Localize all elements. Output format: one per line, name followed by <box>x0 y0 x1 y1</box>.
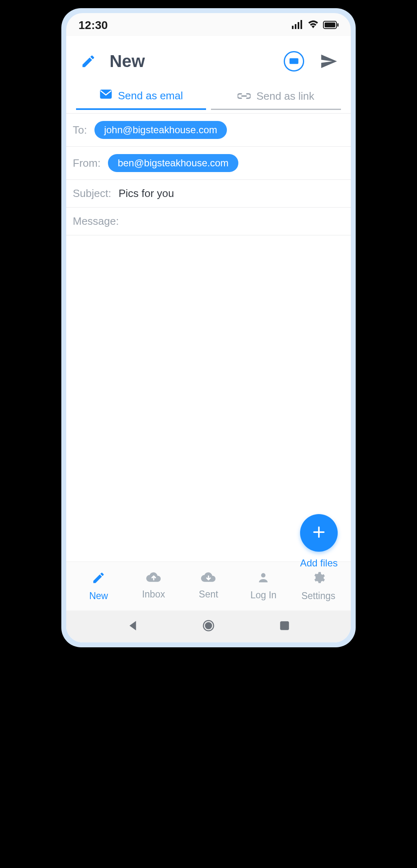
chat-icon[interactable] <box>284 51 304 72</box>
back-icon[interactable] <box>128 620 137 633</box>
svg-rect-5 <box>325 22 335 27</box>
svg-point-10 <box>205 622 212 629</box>
send-mode-tabs: Send as emal Send as link <box>66 83 351 110</box>
phone-frame: 12:30 New <box>61 8 356 647</box>
to-chip[interactable]: john@bigsteakhouse.com <box>94 121 227 139</box>
svg-rect-11 <box>280 621 289 630</box>
nav-sent-label: Sent <box>199 589 218 600</box>
tab-email-label: Send as emal <box>118 89 183 102</box>
to-label: To: <box>73 124 87 136</box>
edit-icon <box>78 51 99 72</box>
status-bar: 12:30 <box>66 13 351 36</box>
svg-rect-3 <box>300 20 302 29</box>
nav-login[interactable]: Log In <box>239 571 288 602</box>
add-files-label: Add files <box>300 557 338 569</box>
nav-login-label: Log In <box>250 590 276 601</box>
message-label: Message: <box>73 215 119 228</box>
svg-point-8 <box>261 573 266 577</box>
tab-send-email[interactable]: Send as emal <box>76 83 206 110</box>
bottom-nav: New Inbox Sent Log In Settings <box>66 562 351 611</box>
screen: 12:30 New <box>66 13 351 642</box>
home-icon[interactable] <box>202 620 215 633</box>
subject-field[interactable]: Subject: Pics for you <box>66 180 351 208</box>
wifi-icon <box>307 19 319 32</box>
tab-send-link[interactable]: Send as link <box>211 83 341 110</box>
message-field[interactable]: Message: <box>66 208 351 235</box>
page-title: New <box>110 51 273 71</box>
system-nav <box>66 611 351 642</box>
subject-label: Subject: <box>73 187 111 200</box>
cloud-upload-icon <box>146 571 162 585</box>
status-icons <box>292 19 339 32</box>
message-body[interactable] <box>66 235 351 562</box>
status-time: 12:30 <box>78 19 108 32</box>
from-chip[interactable]: ben@bigsteakhouse.com <box>108 154 238 172</box>
compose-header: New <box>66 36 351 83</box>
add-files[interactable]: Add files <box>300 514 338 569</box>
tab-link-label: Send as link <box>256 90 314 103</box>
svg-rect-2 <box>298 22 299 29</box>
content-area: New Send as emal <box>66 36 351 642</box>
nav-inbox[interactable]: Inbox <box>129 571 178 602</box>
to-field[interactable]: To: john@bigsteakhouse.com <box>66 113 351 147</box>
nav-settings-label: Settings <box>301 591 335 602</box>
svg-rect-7 <box>100 89 112 98</box>
plus-icon <box>312 525 326 541</box>
subject-input[interactable]: Pics for you <box>119 187 174 200</box>
svg-rect-1 <box>295 24 296 29</box>
edit-icon <box>92 571 105 586</box>
nav-inbox-label: Inbox <box>142 589 165 600</box>
add-files-button[interactable] <box>300 514 338 552</box>
svg-rect-6 <box>337 23 339 27</box>
nav-sent[interactable]: Sent <box>184 571 233 602</box>
svg-rect-0 <box>292 26 294 29</box>
link-icon <box>238 90 251 103</box>
mail-icon <box>99 89 112 103</box>
cloud-download-icon <box>200 571 217 585</box>
from-label: From: <box>73 157 101 170</box>
send-button[interactable] <box>318 51 339 72</box>
recent-icon[interactable] <box>280 621 289 632</box>
nav-new[interactable]: New <box>74 571 123 602</box>
signal-icon <box>292 19 303 32</box>
person-icon <box>257 571 270 586</box>
from-field[interactable]: From: ben@bigsteakhouse.com <box>66 147 351 180</box>
battery-icon <box>323 19 339 32</box>
gear-icon <box>312 571 325 586</box>
nav-new-label: New <box>89 591 108 602</box>
nav-settings[interactable]: Settings <box>294 571 343 602</box>
